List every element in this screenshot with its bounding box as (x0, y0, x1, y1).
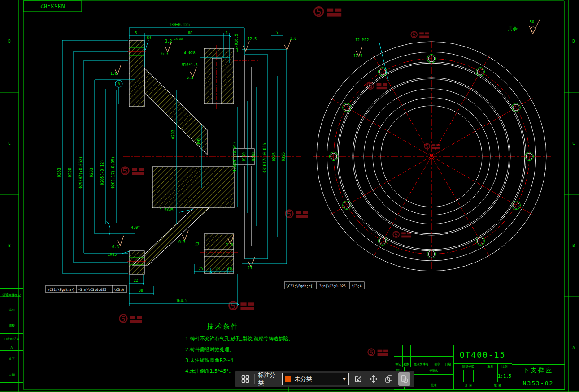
mid-header: 阶段标记 (453, 363, 483, 370)
dim-label: Φ292H7(+0.052) (78, 156, 83, 189)
sheet-total: 共 张 (453, 382, 483, 389)
sheet-number-top: N353-02 (40, 3, 65, 9)
watermark (411, 31, 429, 38)
watermark (368, 349, 388, 356)
dim-label: Φ245 (272, 152, 276, 161)
copy-icon (385, 375, 393, 383)
surface-default-label: 其余 (508, 26, 518, 32)
center-spoke (373, 55, 431, 156)
copy-button[interactable] (383, 372, 395, 386)
dim-label: 1.6 (290, 36, 296, 41)
strip-row: 日期 (0, 367, 23, 383)
dim-label: 25 (248, 266, 252, 270)
watermark (367, 82, 387, 89)
strip-row: 描校 (0, 318, 23, 334)
bolt-hole-inner (344, 202, 350, 208)
zone-letter: B (572, 243, 575, 248)
dim-label: 88 (188, 31, 192, 35)
edit-annotation-button[interactable] (352, 372, 364, 386)
dim-label: 22 (134, 278, 138, 283)
edit-icon (354, 375, 362, 383)
dim-label: Φ170 (242, 152, 246, 161)
revision-header: 更改文件号 (410, 362, 432, 367)
dim-label: Φ310f7(-0.056) (262, 141, 267, 173)
dim-label: 164.5 (176, 298, 187, 303)
tech-notes: 技术条件 1.铸件不允许有气孔,砂孔,裂纹,疏松等铸造缺陷。 2.铸件需经时效处… (185, 323, 297, 377)
dim-label: 25 (199, 267, 203, 271)
paste-button[interactable] (398, 372, 410, 386)
tolerance-text: 3;n|\C3;0.025 (319, 284, 346, 288)
chevron-down-icon: ▼ (343, 377, 346, 381)
zone-letter: D (572, 39, 575, 43)
dim-label: 6.3 (178, 240, 185, 244)
category-dropdown[interactable]: 未分类 ▼ (282, 373, 349, 385)
category-dropdown-value: 未分类 (294, 375, 340, 383)
revision-header: 日期 (443, 362, 453, 367)
section-dimensions: Φ353 Φ320 Φ292H7(+0.052) Φ233 Φ205(-0.12… (57, 22, 296, 306)
roughness-symbol (284, 40, 291, 50)
dim-label: 4-Φ28 (184, 51, 196, 55)
mid-header: 重量 (483, 363, 497, 370)
roughness-symbol (118, 236, 124, 246)
drawing-number: N353-02 (512, 377, 565, 389)
center-spoke (431, 55, 490, 156)
dim-label: Φ353 (57, 168, 61, 177)
revision-header: 处数 (402, 362, 410, 367)
dim-label: M16*1.5 (182, 63, 198, 67)
tech-notes-title: 技术条件 (207, 323, 297, 331)
roughness-symbol (165, 42, 171, 52)
dim-label: 25 (215, 267, 220, 271)
toolbar-divider (254, 374, 255, 384)
tolerance-frame-1: \C31;\Fgdt;r{ —3;n}\C3;0.025 \C3;A (46, 285, 126, 293)
tech-note-item: 1.铸件不允许有气孔,砂孔,裂纹,疏松等铸造缺陷。 (185, 334, 297, 345)
circular-view: 12-M12 12.5 (313, 38, 551, 271)
dim-label: Φ320 (68, 168, 72, 177)
dim-label: +0.08 (174, 38, 183, 41)
dim-label: 12.5 (353, 54, 362, 58)
center-spoke (330, 98, 431, 156)
dim-label: Φ233 (89, 168, 94, 177)
paste-icon (400, 375, 408, 383)
move-button[interactable] (367, 372, 379, 386)
dim-label: 1.6 (110, 71, 117, 76)
surface-default: 其余 50 (508, 20, 540, 34)
center-spoke (431, 98, 533, 156)
grid-view-button[interactable] (239, 372, 251, 386)
zone-letter: C (572, 141, 575, 146)
tolerance-text: \C3;A (114, 288, 124, 292)
mid-header: 比例 (497, 363, 512, 370)
watermark (314, 7, 342, 17)
left-info-strip: 借通用件登记描图描校旧底图总号A签字日期 (0, 288, 23, 383)
dim-label: Φ150H7(+0.04) (232, 142, 237, 172)
floating-toolbar: 标注分类 未分类 ▼ (235, 371, 414, 387)
dim-label: 6.3 (187, 75, 193, 80)
cad-viewport[interactable]: N353-02 D C B D C B A (0, 0, 579, 392)
revision-header: 标记 (394, 362, 402, 367)
category-label: 标注分类 (258, 371, 279, 387)
center-spoke (330, 156, 431, 215)
zone-letter: B (8, 243, 10, 248)
dim-label: 5 (135, 31, 137, 35)
watermark (229, 302, 254, 310)
dim-label: 4.0° (131, 225, 140, 230)
dim-label: R3 (147, 35, 151, 40)
dim-label: 12.5 (248, 37, 257, 41)
dim-label: 1.6 (226, 243, 233, 247)
watermark (286, 210, 309, 218)
title-block: 标记 处数 更改文件号 签字 日期 设计 标准化 工艺 批准 QT400-15 … (394, 345, 565, 390)
dim-label: 5 (275, 30, 278, 35)
dim-label: 1.5X45 (160, 208, 174, 212)
dim-label: Φ200.17(-0.05) (111, 156, 115, 189)
sheet-page: 第 张 (483, 382, 512, 389)
center-spoke (373, 156, 431, 258)
bolt-pattern-label: 12-M12 (355, 38, 369, 42)
zone-letter: C (8, 141, 10, 146)
bolt-hole-inner (379, 238, 386, 244)
dim-label: Φ95 (196, 138, 201, 144)
strip-row: 旧底图总号 (0, 334, 23, 345)
dim-label: 38 (139, 288, 143, 293)
strip-row: A (0, 345, 23, 351)
watermark (122, 167, 144, 175)
strip-row: 描图 (0, 302, 23, 318)
dim-label: Φ325 (281, 152, 286, 161)
